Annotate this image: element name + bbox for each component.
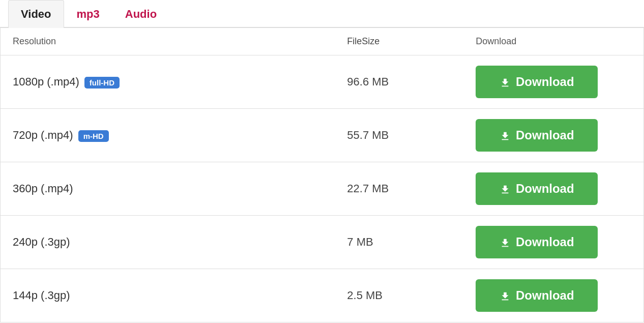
filesize-cell: 55.7 MB (335, 109, 463, 162)
resolution-cell: 360p (.mp4) (1, 162, 335, 216)
download-cell: Download (463, 216, 643, 269)
filesize-cell: 96.6 MB (335, 55, 463, 109)
quality-badge: m-HD (78, 130, 109, 142)
header-filesize: FileSize (335, 28, 463, 55)
filesize-cell: 2.5 MB (335, 269, 463, 322)
filesize-cell: 7 MB (335, 216, 463, 269)
download-cell: Download (463, 109, 643, 162)
table-row: 240p (.3gp)7 MBDownload (1, 216, 644, 269)
download-label: Download (516, 128, 574, 142)
table-row: 360p (.mp4)22.7 MBDownload (1, 162, 644, 216)
download-button[interactable]: Download (476, 226, 598, 258)
quality-badge: full-HD (84, 77, 120, 89)
download-label: Download (516, 182, 574, 196)
download-label: Download (516, 235, 574, 249)
filesize-cell: 22.7 MB (335, 162, 463, 216)
table-row: 1080p (.mp4)full-HD96.6 MBDownload (1, 55, 644, 109)
resolution-text: 144p (.3gp) (13, 289, 70, 302)
header-resolution: Resolution (1, 28, 335, 55)
table-row: 720p (.mp4)m-HD55.7 MBDownload (1, 109, 644, 162)
download-label: Download (516, 288, 574, 303)
resolution-text: 720p (.mp4) (13, 129, 73, 141)
resolution-cell: 240p (.3gp) (1, 216, 335, 269)
downloads-table: Resolution FileSize Download 1080p (.mp4… (0, 28, 644, 322)
download-cell: Download (463, 55, 643, 109)
download-button[interactable]: Download (476, 172, 598, 205)
download-icon (500, 75, 511, 89)
download-cell: Download (463, 162, 643, 216)
resolution-cell: 1080p (.mp4)full-HD (1, 55, 335, 109)
download-button[interactable]: Download (476, 119, 598, 152)
table-header-row: Resolution FileSize Download (1, 28, 644, 55)
resolution-text: 360p (.mp4) (13, 182, 73, 195)
download-icon (500, 288, 511, 303)
resolution-cell: 720p (.mp4)m-HD (1, 109, 335, 162)
download-icon (500, 182, 511, 196)
resolution-text: 240p (.3gp) (13, 236, 70, 248)
download-cell: Download (463, 269, 643, 322)
table-row: 144p (.3gp)2.5 MBDownload (1, 269, 644, 322)
header-download: Download (463, 28, 643, 55)
download-button[interactable]: Download (476, 279, 598, 312)
tabs-container: Video mp3 Audio (0, 0, 644, 28)
download-label: Download (516, 75, 574, 89)
resolution-cell: 144p (.3gp) (1, 269, 335, 322)
tab-mp3[interactable]: mp3 (64, 0, 112, 28)
download-icon (500, 235, 511, 249)
download-button[interactable]: Download (476, 66, 598, 98)
tab-audio[interactable]: Audio (112, 0, 169, 28)
download-icon (500, 128, 511, 142)
tab-video[interactable]: Video (8, 0, 64, 28)
resolution-text: 1080p (.mp4) (13, 75, 79, 88)
